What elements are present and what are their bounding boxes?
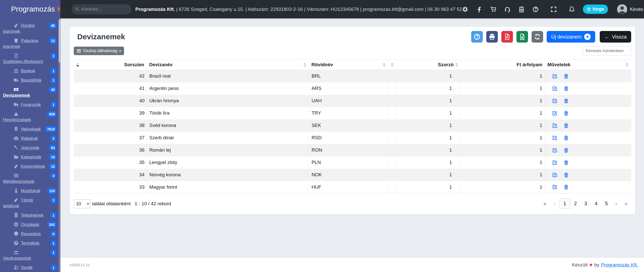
delete-button[interactable] — [564, 123, 569, 128]
sidebar-item-label: Vevők — [21, 265, 32, 270]
delete-button[interactable] — [564, 111, 569, 116]
page-next[interactable]: › — [612, 199, 621, 209]
page-last[interactable]: » — [621, 199, 631, 209]
sidebar-item-devizanemek[interactable]: Devizanemek42 — [0, 85, 60, 100]
sidebar-item-vevocsoportok[interactable]: Vevőcsoportok1 — [0, 248, 60, 263]
sidebar-item-helysegek[interactable]: Helységek7610 — [0, 124, 60, 134]
cell-ft-arfolyam: 1 — [461, 107, 545, 119]
back-button[interactable]: ← Vissza — [600, 31, 631, 43]
user-menu[interactable]: Kévés János — [617, 4, 644, 14]
delete-button[interactable] — [564, 74, 569, 79]
page-5[interactable]: 5 — [601, 199, 612, 209]
page-4[interactable]: 4 — [591, 199, 601, 209]
gear-icon[interactable] — [462, 6, 468, 12]
column-header-ft-arfolyam[interactable]: Ft árfolyam — [461, 60, 545, 70]
edit-button[interactable] — [552, 135, 557, 141]
edit-button[interactable] — [552, 172, 557, 178]
sidebar-item-palackos-jogcimek[interactable]: Palackos jogcímek12 — [0, 36, 60, 51]
count-badge: 4 — [50, 173, 57, 179]
excel-export-button[interactable] — [516, 31, 528, 43]
sidebar-item-kategoriak[interactable]: Kategóriák10 — [0, 152, 60, 162]
edit-button[interactable] — [552, 148, 557, 153]
page-first[interactable]: « — [540, 199, 550, 209]
sidebar-item-mustfokok[interactable]: Mustfokok115 — [0, 186, 60, 195]
sort-icon[interactable] — [455, 63, 458, 67]
fullscreen-icon[interactable] — [551, 6, 557, 12]
edit-button[interactable] — [552, 98, 557, 104]
sidebar-item-vevok[interactable]: Vevők1 — [0, 263, 60, 272]
file-pdf-icon — [504, 33, 510, 40]
facebook-icon[interactable] — [476, 6, 482, 12]
sidebar-item-receptura[interactable]: Receptúra0 — [0, 229, 60, 239]
column-header-rovidnev[interactable]: Rövidnév — [309, 60, 388, 70]
edit-button[interactable] — [552, 160, 557, 165]
sidebar-item-mertekegysegek[interactable]: Mértékegységek4 — [0, 171, 60, 186]
refresh-button[interactable] — [532, 31, 543, 43]
trash-icon — [564, 160, 569, 165]
column-header-extra[interactable] — [388, 60, 396, 70]
cart-icon[interactable] — [490, 6, 496, 12]
delete-button[interactable] — [564, 86, 569, 91]
delete-button[interactable] — [564, 135, 569, 141]
new-currency-button[interactable]: Új devizanem + — [547, 31, 595, 43]
delete-button[interactable] — [564, 172, 569, 178]
sidebar-item-fuvarozok[interactable]: Fuvarozók1 — [0, 100, 60, 109]
edit-button[interactable] — [552, 184, 557, 190]
sidebar-item-jogcimek[interactable]: Jogcímek93 — [0, 143, 60, 152]
edit-button[interactable] — [552, 74, 557, 79]
column-header-sorszam[interactable]: Sorszám — [74, 60, 147, 70]
sort-icon[interactable] — [303, 63, 306, 67]
cell-rovidnev: NOK — [309, 169, 388, 181]
page-2[interactable]: 2 — [570, 199, 581, 209]
columns-icon — [77, 49, 81, 53]
page-prev[interactable]: ‹ — [550, 199, 559, 209]
page-size-select[interactable]: 10 — [74, 199, 90, 208]
table-row: 33Magyar forintHUF11 — [74, 181, 631, 193]
column-header-devizanev[interactable]: Devizanév — [147, 60, 309, 70]
bell-icon[interactable] — [569, 6, 575, 12]
print-button[interactable] — [486, 31, 498, 43]
delete-button[interactable] — [564, 148, 569, 153]
help-button[interactable] — [471, 31, 483, 43]
page-3[interactable]: 3 — [581, 199, 591, 209]
cell-extra — [388, 95, 396, 107]
sidebar-item-orszagok[interactable]: Országok241 — [0, 220, 60, 229]
column-header-szorzo[interactable]: Szorzó — [396, 60, 461, 70]
sort-icon[interactable] — [391, 63, 394, 67]
pdf-export-button[interactable] — [501, 31, 513, 43]
delete-button[interactable] — [564, 184, 569, 190]
sidebar-item-termekek[interactable]: Termékek1 — [0, 239, 60, 248]
headset-icon[interactable] — [504, 6, 510, 12]
sort-icon[interactable] — [383, 63, 386, 67]
delete-button[interactable] — [564, 160, 569, 165]
sidebar-item-kiszerelesek[interactable]: Kiszerelések12 — [0, 162, 60, 171]
edit-button[interactable] — [552, 111, 557, 116]
count-badge: 2 — [50, 135, 57, 142]
sidebar-item-beszallitok[interactable]: Beszállítók1 — [0, 76, 60, 85]
question-circle-icon[interactable] — [533, 6, 539, 12]
global-search-input[interactable] — [82, 7, 140, 12]
app-logo[interactable]: Programozás Kft. — [0, 0, 60, 18]
sidebar-item-hegykozsegek[interactable]: Hegyközségek626 — [0, 109, 60, 124]
table-search-input[interactable] — [583, 46, 631, 55]
cell-sorszam: 39 — [74, 107, 147, 119]
column-header-muveletek[interactable]: Műveletek — [545, 60, 631, 70]
sidebar-item-szallitolev-borkisero[interactable]: Szállítólev./Borkísérő1 — [0, 51, 60, 66]
sort-icon[interactable] — [76, 63, 79, 67]
sidebar-item-hordos-jogcimek[interactable]: Hordós jogcímek45 — [0, 21, 60, 36]
page-1[interactable]: 1 — [559, 198, 570, 209]
edit-button[interactable] — [552, 123, 557, 128]
sort-icon[interactable] — [626, 63, 629, 67]
clipboard-clock-icon[interactable] — [518, 6, 525, 12]
company-link[interactable]: Programozás Kft. — [601, 262, 638, 268]
edit-button[interactable] — [552, 86, 557, 91]
forge-badge[interactable]: forge — [583, 5, 608, 14]
sidebar-item-tarolo-tartalyok[interactable]: Tároló tartályok1 — [0, 195, 60, 211]
sidebar-item-telephelyek[interactable]: Telephelyek1 — [0, 211, 60, 220]
delete-button[interactable] — [564, 98, 569, 104]
sidebar-item-bankok[interactable]: Bankok1 — [0, 66, 60, 76]
trash-icon — [564, 98, 569, 104]
sidebar-scrollbar-thumb[interactable] — [59, 20, 60, 62]
sidebar-item-raktarak[interactable]: Raktárak2 — [0, 134, 60, 143]
column-visibility-button[interactable]: Oszlop láthatóság ▾ — [74, 47, 124, 55]
